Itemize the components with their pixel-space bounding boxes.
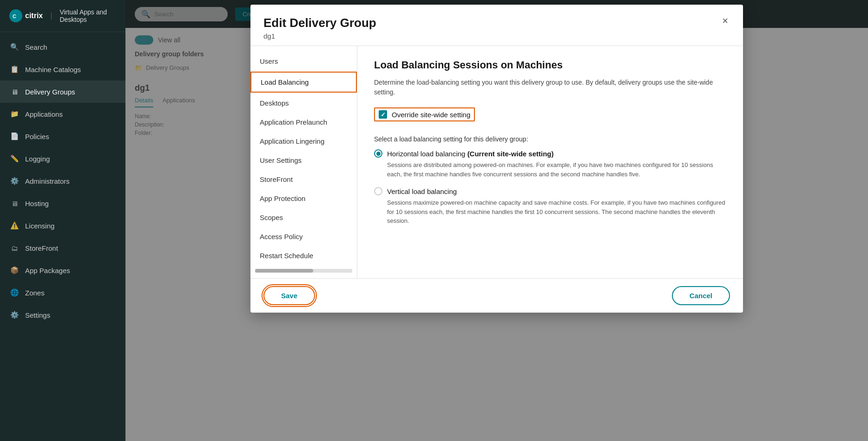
sidebar-item-app-packages[interactable]: 📦 App Packages bbox=[0, 259, 125, 281]
nav-item-users[interactable]: Users bbox=[250, 52, 357, 71]
sidebar-item-policies[interactable]: 📄 Policies bbox=[0, 125, 125, 147]
hosting-icon: 🖥 bbox=[9, 198, 20, 208]
storefront-icon: 🗂 bbox=[9, 243, 20, 253]
sidebar-item-administrators[interactable]: ⚙️ Administrators bbox=[0, 170, 125, 192]
search-icon: 🔍 bbox=[9, 42, 20, 52]
nav-item-user-settings[interactable]: User Settings bbox=[250, 151, 357, 170]
settings-icon: ⚙️ bbox=[9, 310, 20, 320]
licensing-icon: ⚠️ bbox=[9, 220, 20, 231]
sidebar: C citrix | Virtual Apps and Desktops 🔍 S… bbox=[0, 0, 125, 441]
sidebar-label-delivery-groups: Delivery Groups bbox=[25, 88, 75, 96]
modal-body: Users Load Balancing Desktops Applicatio… bbox=[250, 46, 743, 278]
radio-horizontal[interactable] bbox=[374, 149, 382, 158]
nav-item-access-policy[interactable]: Access Policy bbox=[250, 227, 357, 246]
sidebar-label-administrators: Administrators bbox=[25, 177, 70, 185]
sidebar-label-app-packages: App Packages bbox=[25, 267, 70, 274]
override-checkbox-container: ✓ Override site-wide setting bbox=[374, 107, 726, 129]
administrators-icon: ⚙️ bbox=[9, 176, 20, 186]
policies-icon: 📄 bbox=[9, 131, 20, 141]
logging-icon: ✏️ bbox=[9, 154, 20, 164]
nav-item-application-lingering[interactable]: Application Lingering bbox=[250, 132, 357, 151]
applications-icon: 📁 bbox=[9, 109, 20, 119]
override-checkbox-label[interactable]: ✓ Override site-wide setting bbox=[374, 107, 475, 121]
sub-label: Select a load balancing setting for this… bbox=[374, 135, 726, 143]
modal-header: Edit Delivery Group dg1 × bbox=[250, 5, 743, 46]
sidebar-item-settings[interactable]: ⚙️ Settings bbox=[0, 304, 125, 326]
save-button[interactable]: Save bbox=[263, 286, 315, 305]
header-divider: | bbox=[50, 12, 52, 20]
app-title: Virtual Apps and Desktops bbox=[59, 8, 116, 23]
content-title: Load Balancing Sessions on Machines bbox=[374, 59, 726, 71]
radio-horizontal-suffix: (Current site-wide setting) bbox=[467, 150, 554, 158]
sidebar-item-delivery-groups[interactable]: 🖥 Delivery Groups bbox=[0, 80, 125, 103]
sidebar-label-policies: Policies bbox=[25, 133, 49, 140]
sidebar-label-logging: Logging bbox=[25, 155, 50, 163]
modal-footer: Save Cancel bbox=[250, 278, 743, 313]
radio-row-horizontal: Horizontal load balancing (Current site-… bbox=[374, 149, 726, 158]
modal-subtitle: dg1 bbox=[263, 32, 376, 40]
sidebar-label-applications: Applications bbox=[25, 110, 63, 118]
sidebar-item-machine-catalogs[interactable]: 📋 Machine Catalogs bbox=[0, 58, 125, 80]
radio-group: Horizontal load balancing (Current site-… bbox=[374, 149, 726, 226]
content-description: Determine the load-balancing setting you… bbox=[374, 78, 726, 97]
nav-scrollbar-thumb bbox=[255, 269, 313, 273]
nav-item-load-balancing[interactable]: Load Balancing bbox=[250, 72, 357, 93]
citrix-logo: C citrix bbox=[9, 9, 43, 22]
modal-nav: Users Load Balancing Desktops Applicatio… bbox=[250, 46, 357, 278]
radio-desc-horizontal: Sessions are distributed among powered-o… bbox=[387, 160, 726, 179]
sidebar-label-hosting: Hosting bbox=[25, 200, 49, 207]
sidebar-item-storefront[interactable]: 🗂 StoreFront bbox=[0, 237, 125, 259]
machine-catalogs-icon: 📋 bbox=[9, 64, 20, 74]
radio-vertical[interactable] bbox=[374, 187, 382, 195]
modal-right-content: Load Balancing Sessions on Machines Dete… bbox=[357, 46, 743, 278]
checkmark-icon: ✓ bbox=[381, 111, 386, 118]
radio-desc-vertical: Sessions maximize powered-on machine cap… bbox=[387, 198, 726, 226]
nav-item-scopes[interactable]: Scopes bbox=[250, 208, 357, 227]
svg-text:C: C bbox=[13, 13, 16, 19]
sidebar-item-hosting[interactable]: 🖥 Hosting bbox=[0, 192, 125, 214]
override-label-text: Override site-wide setting bbox=[392, 111, 470, 119]
cancel-button[interactable]: Cancel bbox=[672, 286, 730, 305]
nav-item-app-protection[interactable]: App Protection bbox=[250, 189, 357, 208]
modal-overlay: Edit Delivery Group dg1 × Users Load Bal… bbox=[125, 0, 868, 441]
sidebar-label-licensing: Licensing bbox=[25, 222, 54, 230]
close-button[interactable]: × bbox=[720, 16, 730, 26]
sidebar-label-settings: Settings bbox=[25, 311, 50, 319]
modal-header-text: Edit Delivery Group dg1 bbox=[263, 16, 376, 40]
zones-icon: 🌐 bbox=[9, 287, 20, 298]
override-checkbox[interactable]: ✓ bbox=[379, 110, 387, 119]
nav-item-desktops[interactable]: Desktops bbox=[250, 94, 357, 113]
radio-horizontal-text: Horizontal load balancing bbox=[387, 150, 465, 158]
sidebar-label-zones: Zones bbox=[25, 289, 45, 297]
main-content: 🔍 Search Create Delivery Group View all … bbox=[125, 0, 868, 441]
radio-option-horizontal: Horizontal load balancing (Current site-… bbox=[374, 149, 726, 179]
radio-row-vertical: Vertical load balancing bbox=[374, 187, 726, 195]
radio-label-horizontal: Horizontal load balancing (Current site-… bbox=[387, 150, 553, 158]
modal-title: Edit Delivery Group bbox=[263, 16, 376, 30]
sidebar-item-logging[interactable]: ✏️ Logging bbox=[0, 147, 125, 170]
sidebar-label-search: Search bbox=[25, 43, 47, 51]
nav-scrollbar-container bbox=[250, 269, 357, 273]
nav-item-restart-schedule[interactable]: Restart Schedule bbox=[250, 246, 357, 265]
radio-option-vertical: Vertical load balancing Sessions maximiz… bbox=[374, 187, 726, 226]
sidebar-label-machine-catalogs: Machine Catalogs bbox=[25, 66, 81, 74]
sidebar-nav: 🔍 Search 📋 Machine Catalogs 🖥 Delivery G… bbox=[0, 32, 125, 441]
app-packages-icon: 📦 bbox=[9, 265, 20, 275]
edit-delivery-group-modal: Edit Delivery Group dg1 × Users Load Bal… bbox=[250, 5, 743, 313]
nav-horizontal-scrollbar[interactable] bbox=[255, 269, 352, 273]
nav-item-application-prelaunch[interactable]: Application Prelaunch bbox=[250, 113, 357, 132]
sidebar-header: C citrix | Virtual Apps and Desktops bbox=[0, 0, 125, 32]
sidebar-item-zones[interactable]: 🌐 Zones bbox=[0, 281, 125, 304]
sidebar-item-search[interactable]: 🔍 Search bbox=[0, 36, 125, 58]
sidebar-label-storefront: StoreFront bbox=[25, 244, 58, 252]
delivery-groups-icon: 🖥 bbox=[9, 87, 20, 97]
sidebar-item-applications[interactable]: 📁 Applications bbox=[0, 103, 125, 125]
radio-label-vertical: Vertical load balancing bbox=[387, 187, 457, 195]
nav-item-storefront[interactable]: StoreFront bbox=[250, 170, 357, 189]
sidebar-item-licensing[interactable]: ⚠️ Licensing bbox=[0, 214, 125, 237]
